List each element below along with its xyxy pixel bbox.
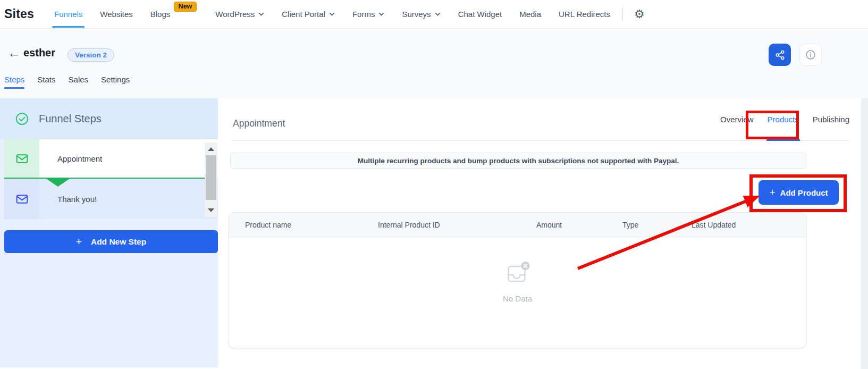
no-data-icon [505,259,530,285]
step-detail-panel: Appointment Overview Products Publishing… [218,98,868,369]
envelope-icon [15,152,29,166]
version-badge: Version 2 [68,48,114,62]
new-badge: New [174,2,197,12]
nav-label: Surveys [402,10,431,19]
scrollbar-up-arrow[interactable] [208,147,214,151]
tab-products[interactable]: Products [768,98,799,140]
funnel-tabs: Steps Stats Sales Settings [4,71,130,87]
nav-label: Media [519,10,541,19]
back-arrow-icon[interactable]: ← [7,46,21,60]
gear-icon[interactable]: ⚙ [634,9,645,20]
step-type-strip [4,139,39,178]
page-scrollbar-track[interactable] [861,98,868,369]
active-step-divider [4,178,205,179]
column-amount: Amount [536,213,562,237]
nav-label: Funnels [54,10,82,19]
nav-item-funnels[interactable]: Funnels [54,0,82,29]
share-icon [774,49,786,61]
nav-label: WordPress [215,10,255,19]
step-item-appointment[interactable]: Appointment [4,139,218,178]
nav-label: Client Portal [282,10,325,19]
empty-state: No Data [503,259,532,303]
step-item-thank-you[interactable]: Thank you! [4,179,218,219]
products-table-header: Product name Internal Product ID Amount … [229,213,806,237]
add-product-button[interactable]: + Add Product [759,180,839,205]
chevron-down-icon [329,12,335,16]
nav-label: URL Redirects [559,10,610,19]
step-label: Appointment [39,139,218,178]
brand-sites: Sites [4,7,34,21]
add-new-step-label: Add New Step [91,237,146,247]
add-new-step-button[interactable]: + Add New Step [4,230,218,253]
nav-item-surveys[interactable]: Surveys [402,0,440,29]
top-navigation: Sites Funnels Websites Blogs New WordPre… [0,0,868,29]
active-step-pointer [46,179,70,187]
column-internal-product-id: Internal Product ID [378,213,440,237]
nav-item-chat-widget[interactable]: Chat Widget [458,0,502,29]
plus-icon: + [76,236,82,248]
info-icon [805,49,816,61]
check-circle-icon [15,112,29,126]
tab-overview[interactable]: Overview [720,98,754,140]
step-detail-header: Appointment Overview Products Publishing [231,98,849,141]
tab-sales[interactable]: Sales [69,71,89,87]
scrollbar-thumb[interactable] [206,155,216,200]
nav-label: Websites [100,10,132,19]
info-button[interactable] [799,44,822,66]
nav-item-websites[interactable]: Websites [100,0,132,29]
share-button[interactable] [769,44,791,66]
column-last-updated: Last Updated [692,213,736,237]
step-type-strip [4,179,39,219]
nav-item-forms[interactable]: Forms [352,0,385,29]
nav-item-url-redirects[interactable]: URL Redirects [559,0,610,29]
app-screen: Sites Funnels Websites Blogs New WordPre… [0,0,868,369]
plus-icon: + [769,187,775,198]
column-type: Type [622,213,638,237]
chevron-down-icon [435,12,441,16]
funnel-steps-header: Funnel Steps [0,98,218,139]
chevron-down-icon [258,12,264,16]
nav-label: Forms [352,10,375,19]
nav-label: Blogs [150,10,171,19]
sidebar-title: Funnel Steps [39,113,102,125]
tab-stats[interactable]: Stats [37,71,55,87]
no-data-label: No Data [503,294,532,303]
funnel-steps-sidebar: Funnel Steps Appointment Thank you! [0,98,218,367]
page-title: esther [23,47,55,59]
envelope-icon [15,192,29,206]
nav-item-wordpress[interactable]: WordPress [215,0,264,29]
tab-publishing[interactable]: Publishing [813,98,849,140]
nav-label: Chat Widget [458,10,502,19]
add-product-label: Add Product [780,188,828,197]
steps-scrollbar[interactable] [205,142,217,217]
column-product-name: Product name [245,213,291,237]
tab-settings[interactable]: Settings [101,71,130,87]
tab-steps[interactable]: Steps [4,71,24,87]
paypal-notice-banner: Multiple recurring products and bump pro… [230,153,806,169]
scrollbar-down-arrow[interactable] [208,208,214,212]
nav-item-media[interactable]: Media [519,0,541,29]
chevron-down-icon [378,12,384,16]
nav-item-blogs[interactable]: Blogs New [150,0,171,29]
nav-item-client-portal[interactable]: Client Portal [282,0,335,29]
step-title: Appointment [233,118,285,129]
page-header: ← esther Version 2 Steps Stats Sales Set… [0,29,868,98]
nav-divider [622,7,623,21]
step-detail-tabs: Overview Products Publishing [720,98,849,140]
products-table: Product name Internal Product ID Amount … [229,212,806,348]
